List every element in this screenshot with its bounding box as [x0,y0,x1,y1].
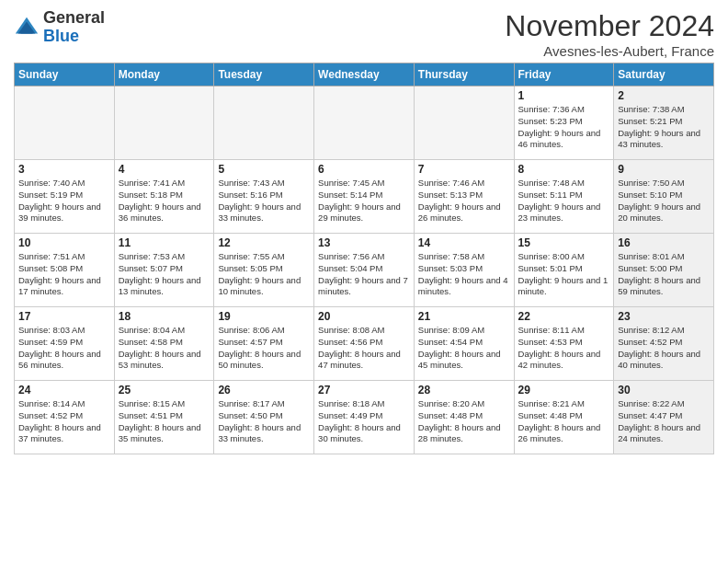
calendar-cell: 22Sunrise: 8:11 AM Sunset: 4:53 PM Dayli… [514,307,614,381]
day-info: Sunrise: 8:18 AM Sunset: 4:49 PM Dayligh… [318,398,410,445]
day-number: 16 [618,236,710,249]
logo-general: General [43,8,105,27]
day-header-thursday: Thursday [414,63,514,86]
calendar-cell: 25Sunrise: 8:15 AM Sunset: 4:51 PM Dayli… [114,381,214,454]
day-info: Sunrise: 7:41 AM Sunset: 5:18 PM Dayligh… [119,178,210,224]
day-number: 21 [418,310,510,323]
day-info: Sunrise: 8:14 AM Sunset: 4:52 PM Dayligh… [18,398,110,445]
day-info: Sunrise: 7:36 AM Sunset: 5:23 PM Dayligh… [518,104,610,151]
calendar-cell: 14Sunrise: 7:58 AM Sunset: 5:03 PM Dayli… [414,234,514,307]
day-info: Sunrise: 7:46 AM Sunset: 5:13 PM Dayligh… [418,178,510,224]
calendar-cell: 7Sunrise: 7:46 AM Sunset: 5:13 PM Daylig… [414,160,514,234]
calendar-cell: 16Sunrise: 8:01 AM Sunset: 5:00 PM Dayli… [614,234,714,307]
day-number: 11 [119,236,210,249]
day-number: 14 [418,236,510,249]
calendar-cell: 21Sunrise: 8:09 AM Sunset: 4:54 PM Dayli… [414,307,514,381]
day-number: 22 [518,310,610,323]
day-info: Sunrise: 8:15 AM Sunset: 4:51 PM Dayligh… [119,398,210,445]
day-number: 1 [518,89,610,102]
calendar-table: SundayMondayTuesdayWednesdayThursdayFrid… [14,63,714,454]
day-info: Sunrise: 8:06 AM Sunset: 4:57 PM Dayligh… [218,325,310,372]
day-info: Sunrise: 8:12 AM Sunset: 4:52 PM Dayligh… [618,325,710,372]
calendar-cell: 27Sunrise: 8:18 AM Sunset: 4:49 PM Dayli… [314,381,415,454]
day-info: Sunrise: 7:45 AM Sunset: 5:14 PM Dayligh… [318,178,410,224]
day-info: Sunrise: 7:38 AM Sunset: 5:21 PM Dayligh… [618,104,710,151]
calendar-cell: 30Sunrise: 8:22 AM Sunset: 4:47 PM Dayli… [614,381,714,454]
day-info: Sunrise: 8:09 AM Sunset: 4:54 PM Dayligh… [418,325,510,372]
calendar-cell: 9Sunrise: 7:50 AM Sunset: 5:10 PM Daylig… [614,160,714,234]
logo-text: General Blue [43,9,105,46]
location: Avesnes-les-Aubert, France [505,43,714,59]
day-info: Sunrise: 7:48 AM Sunset: 5:11 PM Dayligh… [518,178,610,224]
calendar-cell: 17Sunrise: 8:03 AM Sunset: 4:59 PM Dayli… [15,307,115,381]
day-info: Sunrise: 8:01 AM Sunset: 5:00 PM Dayligh… [618,251,710,298]
calendar-cell [15,86,115,160]
day-info: Sunrise: 7:53 AM Sunset: 5:07 PM Dayligh… [119,251,210,298]
day-info: Sunrise: 7:55 AM Sunset: 5:05 PM Dayligh… [218,251,310,298]
day-number: 7 [418,163,510,176]
day-number: 3 [18,163,110,176]
day-header-sunday: Sunday [15,63,115,86]
day-number: 28 [418,384,510,396]
week-row-2: 10Sunrise: 7:51 AM Sunset: 5:08 PM Dayli… [15,234,714,307]
day-info: Sunrise: 8:11 AM Sunset: 4:53 PM Dayligh… [518,325,610,372]
header: General Blue November 2024 Avesnes-les-A… [14,9,714,59]
day-info: Sunrise: 7:50 AM Sunset: 5:10 PM Dayligh… [618,178,710,224]
day-info: Sunrise: 7:40 AM Sunset: 5:19 PM Dayligh… [18,178,110,224]
day-number: 25 [119,384,210,396]
day-number: 9 [618,163,710,176]
day-number: 29 [518,384,610,396]
calendar-cell: 13Sunrise: 7:56 AM Sunset: 5:04 PM Dayli… [314,234,415,307]
day-info: Sunrise: 8:22 AM Sunset: 4:47 PM Dayligh… [618,398,710,445]
day-number: 15 [518,236,610,249]
calendar-cell: 15Sunrise: 8:00 AM Sunset: 5:01 PM Dayli… [514,234,614,307]
calendar-cell: 1Sunrise: 7:36 AM Sunset: 5:23 PM Daylig… [514,86,614,160]
calendar-cell [314,86,415,160]
calendar-cell [114,86,214,160]
calendar-cell: 18Sunrise: 8:04 AM Sunset: 4:58 PM Dayli… [114,307,214,381]
day-info: Sunrise: 8:21 AM Sunset: 4:48 PM Dayligh… [518,398,610,445]
day-number: 13 [318,236,410,249]
day-number: 20 [318,310,410,323]
calendar-cell: 11Sunrise: 7:53 AM Sunset: 5:07 PM Dayli… [114,234,214,307]
day-info: Sunrise: 7:58 AM Sunset: 5:03 PM Dayligh… [418,251,510,298]
calendar-cell: 8Sunrise: 7:48 AM Sunset: 5:11 PM Daylig… [514,160,614,234]
calendar-cell: 2Sunrise: 7:38 AM Sunset: 5:21 PM Daylig… [614,86,714,160]
calendar-cell: 12Sunrise: 7:55 AM Sunset: 5:05 PM Dayli… [214,234,314,307]
main-container: General Blue November 2024 Avesnes-les-A… [0,0,728,464]
calendar-cell: 5Sunrise: 7:43 AM Sunset: 5:16 PM Daylig… [214,160,314,234]
day-number: 27 [318,384,410,396]
day-info: Sunrise: 7:56 AM Sunset: 5:04 PM Dayligh… [318,251,410,298]
logo-blue: Blue [43,27,79,45]
calendar-cell: 10Sunrise: 7:51 AM Sunset: 5:08 PM Dayli… [15,234,115,307]
day-number: 24 [18,384,110,396]
week-row-3: 17Sunrise: 8:03 AM Sunset: 4:59 PM Dayli… [15,307,714,381]
calendar-cell: 20Sunrise: 8:08 AM Sunset: 4:56 PM Dayli… [314,307,415,381]
day-info: Sunrise: 8:08 AM Sunset: 4:56 PM Dayligh… [318,325,410,372]
calendar-cell: 19Sunrise: 8:06 AM Sunset: 4:57 PM Dayli… [214,307,314,381]
day-number: 30 [618,384,710,396]
calendar-cell: 28Sunrise: 8:20 AM Sunset: 4:48 PM Dayli… [414,381,514,454]
day-number: 2 [618,89,710,102]
header-row: SundayMondayTuesdayWednesdayThursdayFrid… [15,63,714,86]
calendar-cell: 3Sunrise: 7:40 AM Sunset: 5:19 PM Daylig… [15,160,115,234]
day-number: 17 [18,310,110,323]
day-header-saturday: Saturday [614,63,714,86]
week-row-1: 3Sunrise: 7:40 AM Sunset: 5:19 PM Daylig… [15,160,714,234]
day-number: 12 [218,236,310,249]
day-header-monday: Monday [114,63,214,86]
day-number: 10 [18,236,110,249]
month-title: November 2024 [505,9,714,43]
day-header-friday: Friday [514,63,614,86]
day-number: 8 [518,163,610,176]
day-info: Sunrise: 7:43 AM Sunset: 5:16 PM Dayligh… [218,178,310,224]
calendar-cell: 26Sunrise: 8:17 AM Sunset: 4:50 PM Dayli… [214,381,314,454]
day-number: 6 [318,163,410,176]
calendar-cell: 6Sunrise: 7:45 AM Sunset: 5:14 PM Daylig… [314,160,415,234]
calendar-cell [414,86,514,160]
day-number: 4 [119,163,210,176]
day-info: Sunrise: 8:17 AM Sunset: 4:50 PM Dayligh… [218,398,310,445]
week-row-0: 1Sunrise: 7:36 AM Sunset: 5:23 PM Daylig… [15,86,714,160]
day-number: 26 [218,384,310,396]
day-header-wednesday: Wednesday [314,63,415,86]
